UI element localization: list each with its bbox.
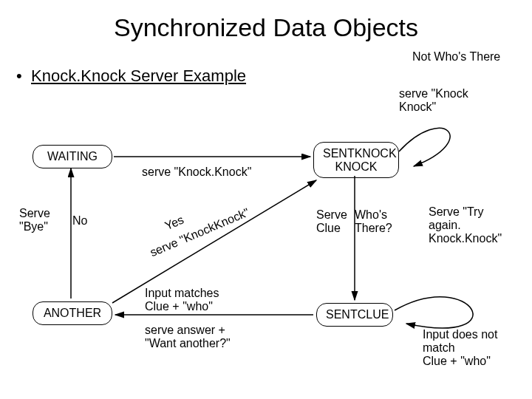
label-serve-kk-diag: serve "KnockKnock" <box>148 205 250 259</box>
label-serve-bye: Serve "Bye" <box>19 207 50 233</box>
label-serve-clue: Serve Clue <box>316 208 347 235</box>
label-try-again: Serve "Try again. Knock.Knock" <box>429 205 502 245</box>
label-whos-there: Who's There? <box>355 208 392 235</box>
state-sentclue: SENTCLUE <box>316 303 393 327</box>
slide-subtitle: Knock.Knock Server Example <box>31 66 246 86</box>
label-serve-kk-top: serve "Knock Knock" <box>399 87 468 114</box>
label-serve-answer: serve answer + "Want another?" <box>145 324 231 350</box>
bullet-dot: • <box>16 66 22 86</box>
slide-title: Synchronized Data Objects <box>0 13 532 42</box>
label-not-whos-there: Not Who's There <box>412 50 500 64</box>
label-yes: Yes <box>163 214 185 233</box>
label-input-matches: Input matches Clue + "who" <box>145 287 219 313</box>
state-another: ANOTHER <box>33 301 112 325</box>
state-sentknock: SENTKNOCK KNOCK <box>313 142 399 178</box>
label-no-match: Input does not match Clue + "who" <box>423 328 497 368</box>
state-waiting: WAITING <box>33 145 112 168</box>
svg-line-4 <box>112 180 316 303</box>
label-serve-kk-mid: serve "Knock.Knock" <box>142 166 251 179</box>
label-no: No <box>72 214 87 228</box>
